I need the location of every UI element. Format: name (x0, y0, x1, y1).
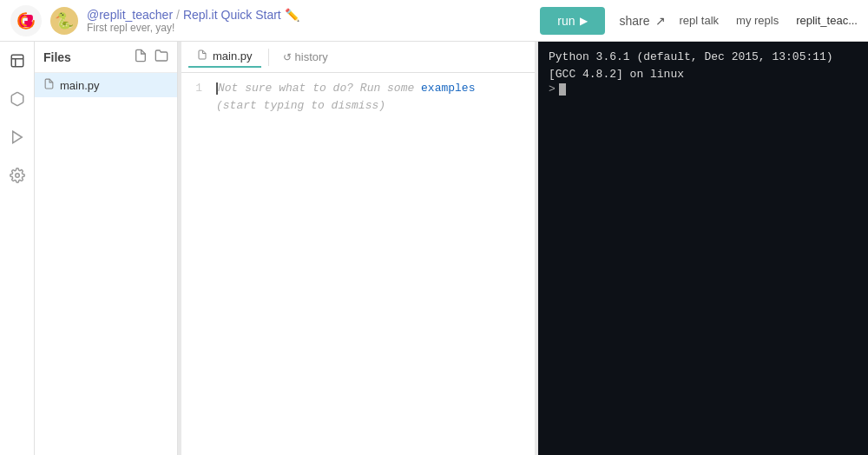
user-avatar: 🐍 (50, 7, 78, 35)
hint-dismiss: (start typing to dismiss) (216, 99, 385, 112)
project-subtitle: First repl ever, yay! (87, 22, 299, 34)
line-content-2: (start typing to dismiss) (213, 97, 535, 115)
run-label: run (557, 14, 575, 28)
hint-link[interactable]: examples (421, 82, 475, 95)
username-link[interactable]: @replit_teacher (87, 8, 173, 22)
code-editor[interactable]: 1 Not sure what to do? Run some examples… (181, 73, 535, 455)
terminal-area[interactable]: Python 3.6.1 (default, Dec 2015, 13:05:1… (538, 42, 868, 455)
svg-marker-4 (12, 131, 22, 143)
file-icon (43, 78, 55, 92)
line-number-1: 1 (181, 80, 213, 97)
add-file-icon[interactable] (134, 49, 148, 65)
svg-point-5 (15, 174, 19, 178)
tab-separator (268, 49, 269, 66)
topbar: 🐍 @replit_teacher / Repl.it Quick Start … (0, 0, 868, 42)
repo-name[interactable]: Repl.it Quick Start (183, 8, 281, 22)
sidebar-item-settings[interactable] (5, 163, 30, 188)
terminal-prompt: > (549, 82, 858, 96)
main-layout: Files main.py (0, 42, 868, 455)
history-label: history (295, 50, 328, 63)
play-icon: ▶ (580, 15, 588, 27)
share-button[interactable]: share ↗ (619, 14, 665, 28)
hint-prefix: Not sure what to do? Run some (218, 82, 421, 95)
history-icon: ↺ (283, 51, 292, 63)
svg-rect-1 (11, 55, 23, 67)
file-name: main.py (60, 79, 100, 92)
tab-history[interactable]: ↺ history (276, 47, 335, 67)
terminal-line-2: [GCC 4.8.2] on linux (549, 66, 858, 83)
tab-main-py[interactable]: main.py (188, 46, 261, 68)
editor-tabs: main.py ↺ history (181, 42, 535, 73)
file-item-main-py[interactable]: main.py (35, 73, 177, 97)
tab-file-icon (197, 49, 207, 63)
editor-area: main.py ↺ history 1 Not sure what to do?… (181, 42, 535, 455)
files-header: Files (35, 42, 177, 73)
line-content-1: Not sure what to do? Run some examples (213, 80, 535, 97)
terminal-content: Python 3.6.1 (default, Dec 2015, 13:05:1… (538, 42, 868, 455)
edit-pencil-icon[interactable]: ✏️ (285, 8, 299, 22)
add-folder-icon[interactable] (155, 49, 168, 65)
run-button[interactable]: run ▶ (540, 7, 605, 35)
files-panel: Files main.py (35, 42, 178, 455)
share-label: share (619, 14, 649, 28)
topbar-right: run ▶ share ↗ repl talk my repls replit_… (540, 7, 858, 35)
files-label: Files (43, 50, 71, 64)
terminal-line-1: Python 3.6.1 (default, Dec 2015, 13:05:1… (549, 49, 858, 66)
separator: / (176, 8, 180, 22)
terminal-prompt-symbol: > (549, 82, 556, 96)
sidebar (0, 42, 35, 455)
code-line-2: (start typing to dismiss) (181, 97, 535, 115)
tab-label-main-py: main.py (213, 49, 253, 63)
project-title: @replit_teacher / Repl.it Quick Start ✏️… (87, 8, 531, 34)
top-nav: repl talk my repls replit_teac... (680, 14, 858, 27)
nav-username[interactable]: replit_teac... (796, 14, 858, 27)
nav-my-repls[interactable]: my repls (736, 14, 779, 27)
replit-logo (10, 5, 42, 36)
code-line-1: 1 Not sure what to do? Run some examples (181, 80, 535, 97)
sidebar-item-packages[interactable] (5, 87, 30, 111)
sidebar-item-run[interactable] (5, 125, 30, 149)
terminal-cursor (559, 83, 566, 96)
share-icon: ↗ (655, 14, 666, 28)
nav-repl-talk[interactable]: repl talk (680, 14, 720, 27)
sidebar-item-files[interactable] (5, 49, 30, 73)
